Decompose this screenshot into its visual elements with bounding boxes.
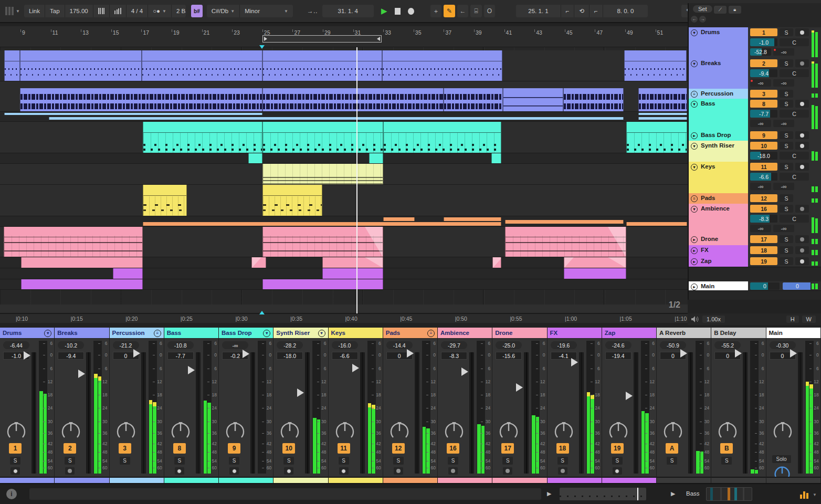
solo-button[interactable]: S	[65, 457, 75, 465]
track-name-cell[interactable]: ▾Bass	[689, 99, 748, 130]
track-number-badge[interactable]: 11	[750, 163, 777, 171]
peak-level-field[interactable]: -0.30	[770, 341, 796, 349]
pan-knob[interactable]	[554, 422, 573, 443]
arm-button[interactable]	[795, 163, 809, 171]
track-number-badge[interactable]: 2	[750, 59, 777, 67]
mixer-strip-header[interactable]: Zap	[602, 328, 656, 339]
solo-button[interactable]: S	[229, 457, 239, 465]
send-b-field[interactable]: -∞	[773, 225, 794, 232]
arm-button[interactable]	[175, 467, 184, 475]
peak-level-field[interactable]: -14.4	[386, 341, 413, 349]
peak-level-field[interactable]: -28.2	[277, 341, 303, 349]
clip[interactable]	[492, 257, 501, 268]
arm-button[interactable]	[795, 257, 809, 265]
fader-value-field[interactable]: -19.4	[605, 352, 631, 360]
fold-icon[interactable]: ≡	[154, 330, 161, 337]
fader-track[interactable]	[634, 352, 638, 474]
fader-value-field[interactable]: -9.4	[58, 352, 84, 360]
peak-level-field[interactable]: -29.7	[441, 341, 467, 349]
stop-button[interactable]	[395, 8, 401, 15]
track-header-bass[interactable]: ▾Bass8S-7.7C-∞-∞	[689, 99, 821, 131]
peak-level-field[interactable]: -16.0	[332, 341, 358, 349]
crossfade-color-bar[interactable]	[711, 477, 765, 483]
send-a-field[interactable]: -∞	[750, 120, 771, 127]
track-number-badge[interactable]: A	[666, 443, 678, 454]
crossfade-color-bar[interactable]	[766, 477, 820, 483]
fold-icon[interactable]: ≡	[427, 330, 435, 337]
play-button[interactable]: ▶	[381, 6, 387, 16]
clip[interactable]	[49, 117, 624, 120]
clip[interactable]	[262, 185, 322, 216]
track-lane-bass-drop[interactable]	[0, 153, 688, 164]
clip[interactable]	[4, 227, 143, 257]
fader-track[interactable]	[524, 352, 529, 474]
send-b-field[interactable]: -∞	[773, 120, 794, 127]
solo-button[interactable]: S	[557, 457, 568, 465]
mixer-strip-b-delay[interactable]: B Delay-55.20606121824303642485460BS	[711, 328, 766, 483]
track-header-drone[interactable]: ▸Drone17S	[689, 234, 821, 246]
volume-field[interactable]: -8.3	[750, 215, 777, 223]
track-number-badge[interactable]: 2	[64, 443, 76, 454]
fader-track[interactable]	[86, 352, 91, 474]
clip[interactable]	[322, 257, 383, 268]
track-name-cell[interactable]: ▾Ambience	[689, 204, 748, 234]
fader-handle[interactable]	[133, 349, 140, 358]
track-lane-keys[interactable]	[0, 185, 688, 216]
clip[interactable]	[322, 268, 383, 279]
send-b-field[interactable]: -∞	[773, 48, 794, 56]
fader-track[interactable]	[798, 352, 803, 474]
track-name-cell[interactable]: ▸FX	[689, 245, 748, 256]
track-header-main[interactable]: ▸Main00	[689, 281, 821, 291]
fader-handle[interactable]	[461, 368, 468, 376]
peak-level-field[interactable]: -25.0	[496, 341, 522, 349]
pan-knob[interactable]	[718, 422, 737, 443]
info-icon[interactable]: i	[6, 489, 17, 499]
pan-knob[interactable]	[664, 422, 682, 443]
mixer-strip-header[interactable]: Drums▾	[0, 328, 54, 339]
track-number-badge[interactable]: 1	[750, 28, 777, 36]
mixer-strip-drone[interactable]: Drone-25.0-15.660612182430364248546017S	[492, 328, 547, 483]
fold-icon[interactable]: ▾	[263, 330, 270, 337]
volume-field[interactable]: -6.6	[750, 173, 777, 181]
track-header-percussion[interactable]: ≡Percussion3S	[689, 89, 821, 99]
arm-button[interactable]	[795, 205, 809, 213]
mixer-strip-header[interactable]: Pads≡	[383, 328, 437, 339]
time-signature-field[interactable]: 4 / 4	[127, 5, 148, 17]
meter-bars-icon[interactable]	[800, 489, 808, 499]
solo-button[interactable]: S	[721, 457, 732, 465]
re-enable-automation-icon[interactable]: ←	[457, 5, 468, 17]
clip[interactable]	[248, 153, 262, 163]
record-button[interactable]	[408, 8, 414, 15]
mixer-strip-percussion[interactable]: Percussion≡-21.206061218243036424854603S	[110, 328, 164, 483]
pan-field[interactable]: C	[780, 215, 809, 223]
tap-tempo-button[interactable]: Tap	[45, 5, 65, 17]
track-lane-zap[interactable]	[0, 279, 688, 290]
track-number-badge[interactable]: 17	[501, 443, 514, 454]
clip[interactable]	[383, 217, 415, 221]
clip[interactable]	[143, 222, 501, 226]
fade-out-handle[interactable]	[365, 257, 383, 268]
fader-track[interactable]	[415, 352, 419, 474]
clip[interactable]	[638, 88, 687, 111]
scale-name-select[interactable]: Minor▼	[240, 5, 293, 17]
mixer-strip-header[interactable]: Bass Drop▾	[219, 328, 273, 339]
clip[interactable]	[143, 122, 262, 153]
pan-field[interactable]: C	[780, 69, 809, 77]
mixer-strip-bass-drop[interactable]: Bass Drop▾-∞-0.26061218243036424854609S	[219, 328, 273, 483]
mixer-strip-header[interactable]: Keys	[329, 328, 383, 339]
fold-icon[interactable]: ▾	[691, 206, 698, 213]
pan-knob[interactable]	[609, 422, 628, 443]
arm-button[interactable]	[339, 467, 349, 475]
link-button[interactable]: Link	[24, 5, 45, 17]
track-name-cell[interactable]: ▸Drone	[689, 234, 748, 245]
pan-knob[interactable]	[335, 422, 354, 443]
send-a-field[interactable]: -∞	[750, 183, 771, 190]
solo-button[interactable]: S	[120, 457, 130, 465]
solo-button[interactable]: S	[10, 457, 20, 465]
track-number-badge[interactable]: 9	[750, 131, 777, 139]
punch-out-icon[interactable]: ⌐	[590, 5, 603, 17]
pan-knob[interactable]	[117, 422, 135, 443]
device-preview-play-icon[interactable]: ▶	[671, 490, 675, 497]
clip[interactable]	[21, 257, 143, 268]
fader-track[interactable]	[743, 352, 748, 474]
